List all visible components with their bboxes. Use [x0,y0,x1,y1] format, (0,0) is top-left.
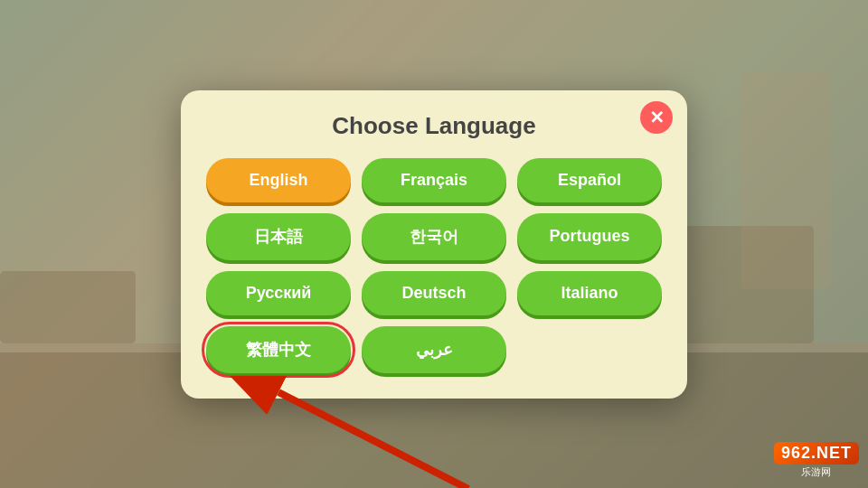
lang-btn-portugues[interactable]: Portugues [517,213,662,260]
lang-btn-japanese[interactable]: 日本語 [206,213,351,260]
lang-btn-chinese-traditional[interactable]: 繁體中文 [206,326,351,373]
lang-btn-korean[interactable]: 한국어 [362,213,506,260]
lang-btn-english[interactable]: English [206,158,351,202]
lang-btn-russian[interactable]: Русский [206,271,351,315]
lang-btn-italiano[interactable]: Italiano [517,271,662,315]
svg-line-6 [278,392,468,489]
language-grid: EnglishFrançaisEspañol日本語한국어PortuguesРус… [206,158,662,373]
lang-btn-arabic[interactable]: عربي [362,326,506,373]
language-modal: Choose Language ✕ EnglishFrançaisEspañol… [181,90,687,399]
watermark-bottom: 乐游网 [801,465,831,479]
lang-btn-espanol[interactable]: Español [517,158,662,202]
lang-btn-francais[interactable]: Français [362,158,506,202]
watermark: 962.NET 乐游网 [774,442,859,479]
watermark-top: 962.NET [774,442,859,465]
modal-title: Choose Language [206,112,662,140]
modal-overlay: Choose Language ✕ EnglishFrançaisEspañol… [0,0,868,488]
close-button[interactable]: ✕ [640,101,673,134]
lang-btn-deutsch[interactable]: Deutsch [362,271,506,315]
